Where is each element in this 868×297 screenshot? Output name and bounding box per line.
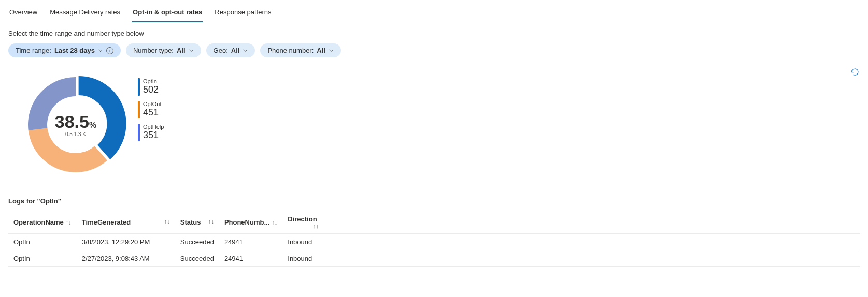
cell-time: 3/8/2023, 12:29:20 PM [77,234,175,250]
instruction-text: Select the time range and number type be… [8,29,860,37]
col-header-status[interactable]: Status↑↓ [175,211,219,234]
filter-value: All [231,47,240,54]
col-header-operation[interactable]: OperationName↑↓ [8,211,77,234]
chart-legend: OptIn 502 OptOut 451 OptHelp 351 [138,73,164,141]
chevron-down-icon [98,48,103,53]
col-spacer [324,211,860,234]
filter-label: Geo: [214,47,228,54]
filter-label: Number type: [133,47,174,54]
sort-icon: ↑↓ [272,219,277,226]
filter-geo[interactable]: Geo: All [206,43,255,57]
cell-phone: 24941 [219,234,282,250]
filter-time-range[interactable]: Time range: Last 28 days i [8,43,121,57]
legend-value: 451 [143,107,161,118]
filter-number-type[interactable]: Number type: All [126,43,201,57]
info-icon[interactable]: i [106,47,113,54]
cell-time: 2/27/2023, 9:08:43 AM [77,250,175,267]
filter-phone-number[interactable]: Phone number: All [260,43,341,57]
sort-icon: ↑↓ [313,223,319,229]
filter-label: Time range: [16,47,51,54]
legend-item-opthelp[interactable]: OptHelp 351 [138,124,164,141]
legend-label: OptHelp [143,124,164,130]
legend-label: OptOut [143,101,161,107]
table-row[interactable]: OptIn2/27/2023, 9:08:43 AMSucceeded24941… [8,250,860,267]
cell-phone: 24941 [219,250,282,267]
filter-label: Phone number: [267,47,314,54]
chart-area: 38.5% 0.5 1.3 K OptIn 502 OptOut 451 Opt… [8,73,860,176]
cell-status: Succeeded [175,250,219,267]
tab-response-patterns[interactable]: Response patterns [214,5,272,22]
tab-message-delivery[interactable]: Message Delivery rates [49,5,121,22]
donut-slice-optin[interactable] [79,76,126,159]
filter-value: All [177,47,186,54]
filter-value: Last 28 days [54,47,95,54]
undo-button[interactable] [850,67,860,78]
cell-op: OptIn [8,250,77,267]
logs-table: OperationName↑↓ TimeGenerated↑↓ Status↑↓… [8,211,860,267]
donut-chart[interactable]: 38.5% 0.5 1.3 K [24,73,127,176]
col-header-phone[interactable]: PhoneNumb...↑↓ [219,211,282,234]
col-header-direction[interactable]: Direction↑↓ [282,211,324,234]
sort-icon: ↑↓ [208,218,214,225]
chevron-down-icon [189,48,194,53]
cell-op: OptIn [8,234,77,250]
legend-value: 502 [143,84,159,95]
legend-item-optin[interactable]: OptIn 502 [138,78,164,96]
col-header-time[interactable]: TimeGenerated↑↓ [77,211,175,234]
cell-status: Succeeded [175,234,219,250]
cell-dir: Inbound [282,234,324,250]
legend-value: 351 [143,130,164,141]
undo-icon [850,70,860,78]
table-row[interactable]: OptIn3/8/2023, 12:29:20 PMSucceeded24941… [8,234,860,250]
sort-icon: ↑↓ [164,218,170,225]
donut-slice-optout[interactable] [29,128,107,172]
legend-label: OptIn [143,78,159,84]
chevron-down-icon [329,48,334,53]
cell-dir: Inbound [282,250,324,267]
chevron-down-icon [243,48,248,53]
legend-color-bar [138,101,140,118]
filter-value: All [317,47,325,54]
legend-color-bar [138,124,140,141]
legend-color-bar [138,78,140,96]
tab-optin-optout[interactable]: Opt-in & opt-out rates [132,5,203,22]
legend-item-optout[interactable]: OptOut 451 [138,101,164,118]
donut-slice-opthelp[interactable] [28,77,76,130]
logs-title: Logs for "OptIn" [8,197,860,205]
tabs-bar: Overview Message Delivery rates Opt-in &… [8,0,860,22]
sort-icon: ↑↓ [66,219,72,226]
tab-overview[interactable]: Overview [8,5,38,22]
filter-bar: Time range: Last 28 days i Number type: … [8,43,860,57]
